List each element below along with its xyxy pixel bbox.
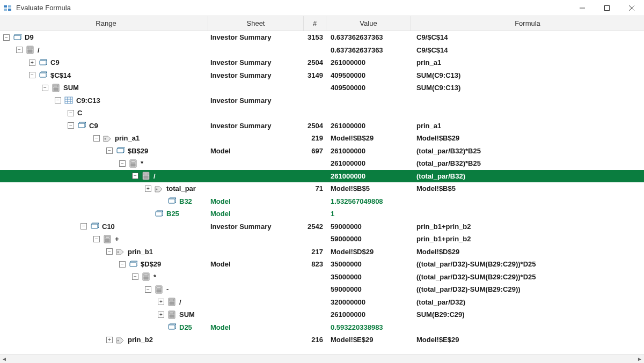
expand-toggle[interactable]: − <box>93 135 100 142</box>
tree-row[interactable]: −D9Investor Summary31530.637362637363C9/… <box>0 31 644 44</box>
row-formula: Model!$D$29 <box>411 248 644 256</box>
window-titlebar: Evaluate Formula <box>0 0 644 16</box>
scroll-track[interactable] <box>9 357 635 362</box>
row-sheet: Model <box>208 210 304 218</box>
maximize-button[interactable] <box>595 0 619 16</box>
expand-toggle[interactable]: + <box>158 312 164 318</box>
svg-rect-64 <box>130 262 136 266</box>
expand-toggle[interactable]: − <box>42 85 48 91</box>
header-hash[interactable]: # <box>304 16 326 31</box>
tree-row[interactable]: −$D$29Model82335000000((total_par/D32)-S… <box>0 258 644 271</box>
row-formula: prin_b1+prin_b2 <box>411 223 644 231</box>
expand-toggle[interactable]: − <box>29 72 35 78</box>
tree-row[interactable]: −C10Investor Summary254259000000prin_b1+… <box>0 220 644 233</box>
tree-row[interactable]: B32Model1.532567049808 <box>0 195 644 208</box>
expand-toggle[interactable]: + <box>29 60 35 66</box>
expand-toggle[interactable]: − <box>145 286 151 293</box>
tree-row[interactable]: −C9:C13Investor Summary <box>0 94 644 107</box>
svg-rect-10 <box>28 47 32 49</box>
tree-row[interactable]: +/320000000(total_par/D32) <box>0 296 644 309</box>
row-label: SUM <box>63 84 79 92</box>
svg-rect-21 <box>54 88 55 89</box>
svg-rect-20 <box>54 85 58 87</box>
tree-row[interactable]: −/261000000(total_par/B32) <box>0 170 644 183</box>
close-button[interactable] <box>619 0 644 16</box>
row-formula: prin_a1 <box>411 122 644 130</box>
tag-icon <box>116 336 125 344</box>
expand-toggle[interactable]: − <box>132 173 138 179</box>
tree-row[interactable]: −-59000000((total_par/D32)-SUM(B29:C29)) <box>0 283 644 296</box>
tree-row[interactable]: −prin_b1217Model!$D$29Model!$D$29 <box>0 246 644 258</box>
tree-row[interactable]: +total_par71Model!$B$5Model!$B$5 <box>0 182 644 195</box>
row-hash: 3149 <box>304 71 326 79</box>
header-formula[interactable]: Formula <box>411 16 644 31</box>
row-sheet: Investor Summary <box>208 33 304 41</box>
svg-rect-49 <box>145 177 147 179</box>
row-value: 261000000 <box>326 147 411 155</box>
horizontal-scrollbar[interactable]: ◄ ► <box>0 354 644 363</box>
row-hash: 823 <box>304 260 326 268</box>
row-hash: 217 <box>304 248 326 256</box>
tree-row[interactable]: +C9Investor Summary2504261000000prin_a1 <box>0 56 644 69</box>
tree-row[interactable]: D25Model0.593220338983 <box>0 321 644 334</box>
expand-toggle[interactable]: − <box>68 110 74 116</box>
svg-rect-52 <box>169 199 175 203</box>
expand-toggle[interactable]: + <box>106 337 113 343</box>
cell-icon <box>13 33 21 42</box>
expand-toggle[interactable]: − <box>106 248 113 255</box>
row-value: 261000000 <box>326 172 411 180</box>
expand-toggle[interactable]: − <box>55 97 61 103</box>
header-range[interactable]: Range <box>0 16 208 31</box>
row-value: Model!$B$29 <box>326 134 411 142</box>
expand-toggle[interactable]: + <box>158 299 164 305</box>
row-sheet: Investor Summary <box>208 97 304 105</box>
row-label: B32 <box>179 197 192 205</box>
tree-row[interactable]: +prin_b2216Model!$E$29Model!$E$29 <box>0 334 644 346</box>
svg-rect-32 <box>78 123 85 128</box>
row-value: 35000000 <box>326 260 411 268</box>
tag-icon <box>103 134 112 143</box>
svg-rect-60 <box>105 241 106 242</box>
tree-body[interactable]: −D9Investor Summary31530.637362637363C9/… <box>0 31 644 354</box>
expand-toggle[interactable]: − <box>93 236 100 242</box>
expand-toggle[interactable]: − <box>16 47 23 53</box>
expand-toggle[interactable]: − <box>132 273 138 280</box>
row-hash: 71 <box>304 184 326 192</box>
tree-row[interactable]: −+59000000prin_b1+prin_b2 <box>0 233 644 246</box>
tree-row[interactable]: B25Model1 <box>0 208 644 220</box>
expand-toggle[interactable]: − <box>3 34 10 41</box>
row-value: 409500000 <box>326 71 411 79</box>
expand-toggle[interactable]: − <box>106 147 113 154</box>
header-sheet[interactable]: Sheet <box>208 16 304 31</box>
row-sheet: Investor Summary <box>208 223 304 231</box>
tree-row[interactable]: −$C$14Investor Summary3149409500000SUM(C… <box>0 69 644 82</box>
tree-row[interactable]: −*261000000(total_par/B32)*B25 <box>0 157 644 170</box>
tree-row[interactable]: −C9Investor Summary2504261000000prin_a1 <box>0 120 644 132</box>
tree-row[interactable]: −SUM409500000SUM(C9:C13) <box>0 82 644 94</box>
scroll-left-arrow[interactable]: ◄ <box>0 355 9 364</box>
svg-rect-71 <box>145 278 147 279</box>
expand-toggle[interactable]: − <box>119 261 126 268</box>
row-formula: Model!$B$5 <box>411 184 644 192</box>
header-value[interactable]: Value <box>326 16 411 31</box>
calc-icon <box>155 285 163 294</box>
row-label: C9 <box>89 122 98 130</box>
expand-toggle[interactable]: − <box>68 122 74 129</box>
expand-toggle[interactable]: − <box>80 223 87 229</box>
tree-row[interactable]: −*35000000((total_par/D32)-SUM(B29:C29))… <box>0 271 644 284</box>
svg-rect-39 <box>134 164 135 165</box>
row-label: C <box>77 109 82 117</box>
expand-toggle[interactable]: − <box>119 160 126 167</box>
expand-toggle[interactable]: + <box>145 186 151 192</box>
svg-rect-26 <box>57 90 58 91</box>
row-formula: SUM(B29:C29) <box>411 310 644 318</box>
scroll-right-arrow[interactable]: ► <box>635 355 644 364</box>
tree-row[interactable]: −C <box>0 107 644 120</box>
svg-rect-80 <box>160 291 161 292</box>
minimize-button[interactable] <box>570 0 595 16</box>
tree-row[interactable]: −/0.637362637363C9/$C$14 <box>0 44 644 57</box>
svg-rect-11 <box>28 50 29 51</box>
tree-row[interactable]: +SUM261000000SUM(B29:C29) <box>0 308 644 321</box>
tree-row[interactable]: −$B$29Model697261000000(total_par/B32)*B… <box>0 145 644 158</box>
tree-row[interactable]: −prin_a1219Model!$B$29Model!$B$29 <box>0 132 644 145</box>
